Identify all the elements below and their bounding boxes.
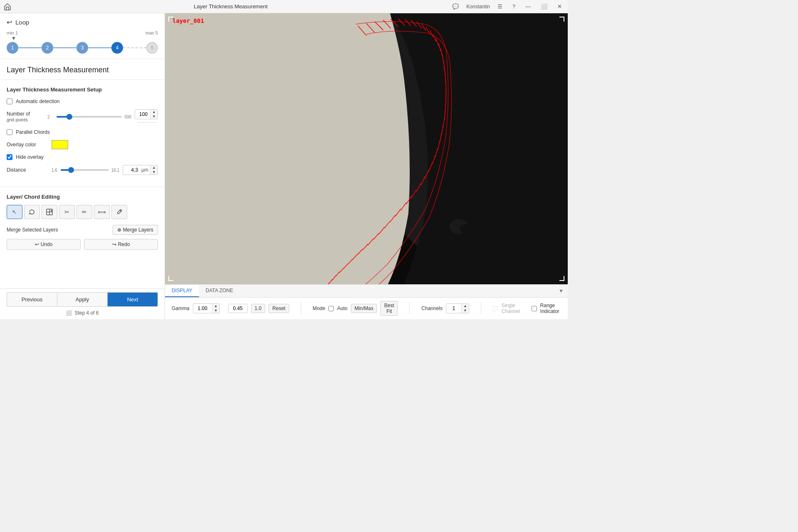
automatic-detection-label[interactable]: Automatic detection — [16, 99, 59, 104]
grid-points-down-btn[interactable]: ▼ — [150, 114, 158, 119]
channels-value-input[interactable] — [446, 304, 461, 313]
grid-points-up-btn[interactable]: ▲ — [150, 110, 158, 114]
distance-spinners: ▲ ▼ — [150, 165, 158, 175]
redo-button[interactable]: ↪ Redo — [84, 239, 158, 250]
hide-overlay-label[interactable]: Hide overlay — [16, 154, 44, 160]
distance-value: 4,3 — [123, 166, 140, 174]
step-1[interactable]: 1 — [7, 42, 18, 54]
next-button[interactable]: Next — [108, 292, 158, 307]
grid-points-slider-track[interactable] — [57, 116, 122, 118]
grid-points-label-sub: grid points — [7, 117, 44, 123]
channels-spinners: ▲ ▼ — [461, 304, 469, 313]
grid-points-spinbox: 100 ▲ ▼ — [135, 109, 158, 119]
titlebar-left — [3, 2, 12, 11]
channels-down-btn[interactable]: ▼ — [462, 308, 469, 313]
redo-icon: ↪ — [112, 241, 116, 247]
channels-up-btn[interactable]: ▲ — [462, 304, 469, 308]
distance-up-btn[interactable]: ▲ — [150, 165, 158, 170]
tab-data-zone[interactable]: DATA ZONE — [199, 285, 240, 297]
merge-layers-btn[interactable]: ⊕ Merge Layers — [113, 225, 158, 235]
help-button[interactable]: ? — [510, 2, 518, 10]
undo-redo-row: ↩ Undo ↪ Redo — [7, 239, 158, 250]
measure-tool-btn[interactable]: ⟺ — [94, 205, 110, 219]
distance-slider-track[interactable] — [61, 169, 109, 171]
bottom-bar: Previous Apply Next ⬜ Step 4 of 6 — [0, 288, 165, 319]
hide-overlay-checkbox[interactable] — [7, 154, 12, 160]
close-button[interactable]: ✕ — [555, 2, 564, 10]
grid-points-label-main: Number of — [7, 111, 44, 117]
setup-section: Layer Thickness Measurement Setup Automa… — [0, 80, 165, 187]
step-3[interactable]: 3 — [76, 42, 88, 54]
menu-button[interactable]: ☰ — [495, 2, 505, 10]
step-line-4 — [123, 47, 146, 48]
gamma-value2-group — [228, 304, 248, 313]
titlebar-right: 💬 Konstantin ☰ ? — ⬜ ✕ — [450, 2, 564, 10]
gamma-down-btn[interactable]: ▼ — [212, 308, 219, 313]
minimize-button[interactable]: — — [523, 2, 533, 10]
previous-button[interactable]: Previous — [7, 292, 57, 307]
overlay-color-row: Overlay color — [7, 140, 158, 149]
lasso-tool-btn[interactable] — [24, 205, 40, 219]
grid-points-slider-thumb[interactable] — [66, 114, 72, 120]
add-grid-tool-btn[interactable] — [42, 205, 57, 219]
gamma-reset-btn[interactable]: Reset — [268, 304, 289, 313]
distance-down-btn[interactable]: ▼ — [150, 170, 158, 175]
tab-dropdown-arrow[interactable]: ▼ — [554, 286, 568, 296]
undo-label: Undo — [41, 241, 53, 247]
mode-label: Mode — [313, 305, 325, 311]
distance-input-group: 4,3 µm ▲ ▼ — [123, 165, 158, 175]
distance-slider-thumb[interactable] — [68, 167, 74, 173]
home-icon[interactable] — [3, 2, 12, 11]
main-layout: ↩ Loop min 1 max 5 ▼ 1 2 3 4 5 — [0, 13, 568, 319]
distance-min-label: 1,6 — [52, 168, 58, 172]
chat-button[interactable]: 💬 — [450, 2, 461, 10]
gamma-up-btn[interactable]: ▲ — [212, 304, 219, 308]
eyedropper-tool-btn[interactable] — [111, 205, 127, 219]
display-panel: DISPLAY DATA ZONE ▼ Gamma ▲ ▼ — [165, 284, 568, 319]
maximize-button[interactable]: ⬜ — [538, 2, 550, 10]
loop-header: ↩ Loop — [7, 18, 158, 26]
gamma-value-input[interactable] — [193, 304, 212, 313]
channels-group: Channels ▲ ▼ — [421, 303, 469, 313]
pen-tool-btn[interactable]: ✏ — [76, 205, 92, 219]
select-tool-btn[interactable]: ↖ — [7, 205, 22, 219]
step-4[interactable]: 4 — [111, 42, 123, 54]
gamma-1-btn[interactable]: 1.0 — [251, 304, 266, 313]
layer-label: layer_001 — [172, 17, 204, 24]
display-tabs: DISPLAY DATA ZONE ▼ — [165, 285, 568, 298]
overlay-color-swatch[interactable] — [52, 140, 68, 149]
single-channel-checkbox[interactable] — [493, 306, 498, 311]
cut-tool-btn[interactable]: ✂ — [59, 205, 75, 219]
auto-checkbox[interactable] — [328, 306, 334, 311]
single-channel-group: Single Channel — [493, 303, 521, 314]
crop-handle-bottom-right[interactable] — [559, 276, 564, 281]
auto-label[interactable]: Auto — [337, 305, 347, 311]
crop-handle-bottom-left[interactable] — [168, 276, 173, 281]
crop-handle-top-right[interactable] — [559, 17, 564, 22]
minmax-btn[interactable]: Min/Max — [351, 304, 377, 313]
step-2[interactable]: 2 — [42, 42, 53, 54]
separator-2 — [409, 302, 410, 315]
single-channel-label: Single Channel — [501, 303, 521, 314]
tab-display[interactable]: DISPLAY — [165, 285, 199, 297]
automatic-detection-row: Automatic detection — [7, 99, 158, 104]
loop-label: Loop — [15, 19, 29, 26]
step-line-2 — [53, 47, 76, 48]
automatic-detection-checkbox[interactable] — [7, 99, 12, 104]
image-area[interactable]: layer_001 — [165, 13, 568, 284]
hide-overlay-row: Hide overlay — [7, 154, 158, 160]
grid-points-min-label: 2 — [47, 115, 54, 119]
bestfit-btn[interactable]: Best Fit — [380, 301, 398, 316]
range-indicator-checkbox[interactable] — [532, 306, 537, 311]
titlebar: Layer Thickness Measurement 💬 Konstantin… — [0, 0, 568, 13]
parallel-chords-label[interactable]: Parallel Chords — [16, 129, 50, 135]
undo-icon: ↩ — [35, 241, 39, 247]
merge-row: Merge Selected Layers ⊕ Merge Layers — [7, 225, 158, 235]
crop-handle-top-left[interactable] — [168, 17, 173, 22]
step-line-1 — [18, 47, 42, 48]
apply-button[interactable]: Apply — [57, 292, 108, 307]
parallel-chords-checkbox[interactable] — [7, 129, 12, 135]
step-5[interactable]: 5 — [146, 42, 158, 54]
undo-button[interactable]: ↩ Undo — [7, 239, 81, 250]
gamma-value2-input[interactable] — [229, 304, 247, 313]
